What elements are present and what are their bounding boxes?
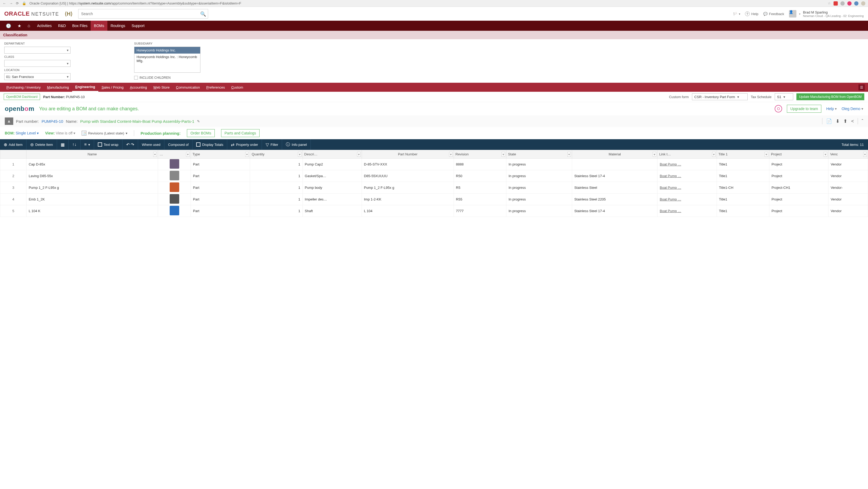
history-icon[interactable]: 🕓 (3, 23, 14, 28)
tax-schedule-select[interactable]: S1 (775, 93, 793, 100)
order-boms-button[interactable]: Order BOMs (187, 129, 215, 137)
class-select[interactable]: ▾ (4, 60, 70, 67)
ext-icon-1[interactable] (834, 1, 838, 6)
filter-icon[interactable]: ▾ (502, 152, 505, 157)
nav-item-support[interactable]: Support (128, 21, 148, 31)
table-row[interactable]: 3Pump 1_2 F-L95x gPart1Pump bodyPump 1_2… (0, 182, 868, 193)
align-button[interactable]: ≡▾ (81, 139, 94, 150)
add-item-button[interactable]: ⊕Add Item (0, 139, 27, 150)
filter-icon[interactable]: ▾ (765, 152, 768, 157)
filter-icon[interactable]: ▾ (186, 152, 190, 157)
status-circle-icon[interactable]: O (775, 105, 782, 113)
notifications-icon[interactable]: 🏳️▾ (733, 12, 740, 16)
back-icon[interactable]: ← (3, 1, 6, 5)
subtab-engineering[interactable]: Engineering (72, 83, 98, 92)
thumbnail-icon[interactable]: ▲ (5, 118, 13, 125)
department-select[interactable]: ▾ (4, 47, 70, 54)
filter-icon[interactable]: ▾ (653, 152, 656, 157)
user-dropdown[interactable]: Oleg Demo ▾ (841, 106, 863, 111)
location-select[interactable]: 01: San Francisco▾ (4, 73, 70, 80)
column-header[interactable]: Quantity▾ (250, 150, 303, 159)
info-panel-button[interactable]: ⓘInfo panel (282, 139, 311, 150)
column-header[interactable]: Project▾ (769, 150, 829, 159)
help-dropdown[interactable]: Help ▾ (826, 106, 837, 111)
filter-icon[interactable]: ▾ (153, 152, 157, 157)
table-row[interactable]: 2Laving D85-55xPart1Gasket/Spa…D85-55XUU… (0, 170, 868, 182)
table-row[interactable]: 1Cap D-85xPart1Pump Cap2D-85-STV-XXX8888… (0, 159, 868, 170)
collapse-icon[interactable]: ˆ (862, 119, 863, 124)
parts-catalogs-button[interactable]: Parts and Catalogs (221, 129, 259, 137)
avatar-icon[interactable] (861, 1, 865, 6)
column-header[interactable]: Part Number▾ (362, 150, 454, 159)
subtab-manufacturing[interactable]: Manufacturing (44, 83, 72, 92)
delete-item-button[interactable]: ⊖Delete Item (27, 139, 57, 150)
grid-view-button[interactable]: ▦ (57, 139, 69, 150)
nav-item-routings[interactable]: Routings (107, 21, 128, 31)
ext-icon-3[interactable] (847, 1, 851, 6)
text-wrap-button[interactable]: Text wrap (94, 139, 123, 150)
ext-icon-2[interactable] (840, 1, 845, 6)
subsidiary-option[interactable]: Honeycomb Holdings Inc. : Honeycomb Mfg. (134, 54, 200, 64)
subtab-communication[interactable]: Communication (173, 83, 203, 92)
view-toggle-icon[interactable]: ☰ (859, 84, 865, 90)
subtab-preferences[interactable]: Preferences (203, 83, 228, 92)
subtab-purchasing-inventory[interactable]: Purchasing / Inventory (3, 83, 44, 92)
nav-item-boms[interactable]: BOMs (91, 21, 107, 31)
feedback-link[interactable]: 💬Feedback (763, 12, 784, 16)
column-header[interactable] (0, 150, 27, 159)
column-header[interactable]: State▾ (506, 150, 572, 159)
search-icon[interactable]: 🔍 (200, 11, 206, 17)
undo-redo-buttons[interactable]: ↶ ↷ (123, 139, 138, 150)
sort-button[interactable]: ↑↓ (69, 139, 81, 150)
column-header[interactable]: Descri…▾ (303, 150, 362, 159)
filter-icon[interactable]: ▾ (567, 152, 571, 157)
filter-icon[interactable]: ▾ (712, 152, 716, 157)
bom-type-dropdown[interactable]: Single Level ▾ (16, 131, 39, 135)
subtab-custom[interactable]: Custom (228, 83, 246, 92)
search-input[interactable] (78, 9, 208, 19)
revisions-dropdown[interactable]: 📑Revisions (Latest state) ▾ (82, 131, 127, 135)
help-link[interactable]: ?Help (745, 11, 758, 16)
subtab-sales-pricing[interactable]: Sales / Pricing (98, 83, 127, 92)
filter-button[interactable]: ▽Filter (262, 139, 282, 150)
column-header[interactable]: Revision▾ (454, 150, 506, 159)
upgrade-button[interactable]: Upgrade to team (787, 105, 822, 113)
reload-icon[interactable]: ⟳ (16, 1, 19, 5)
nav-item-box-files[interactable]: Box Files (69, 21, 91, 31)
subtab-accounting[interactable]: Accounting (127, 83, 150, 92)
home-icon[interactable]: ⌂ (25, 23, 33, 28)
composed-of-button[interactable]: Composed of (164, 139, 192, 150)
table-row[interactable]: 5L 104 KPart1ShaftL 1047777In progressSt… (0, 205, 868, 217)
upload-icon[interactable]: ⬆ (843, 118, 847, 124)
nav-item-activities[interactable]: Activities (34, 21, 55, 31)
share-icon[interactable]: < (851, 119, 854, 124)
where-used-button[interactable]: Where used (138, 139, 164, 150)
star-icon[interactable]: ☆ (828, 1, 831, 5)
download-icon[interactable]: ⬇ (836, 118, 840, 124)
openbom-dashboard-button[interactable]: OpenBOM Dashboard (4, 94, 40, 100)
nav-item-r&d[interactable]: R&D (55, 21, 69, 31)
property-order-button[interactable]: ⇄Property order (227, 139, 262, 150)
column-header[interactable]: …▾ (158, 150, 191, 159)
column-header[interactable]: Material▾ (572, 150, 657, 159)
filter-icon[interactable]: ▾ (357, 152, 361, 157)
table-row[interactable]: 4Emb 1_2KPart1Impeller des…Imp 1-2-KKR55… (0, 193, 868, 205)
display-totals-button[interactable]: Display Totals (192, 139, 227, 150)
user-menu[interactable]: 👤 ▾ Brad M Sparling Newman Cloud - QA Le… (789, 10, 864, 18)
update-bom-button[interactable]: Update Manufacturing BOM from OpenBOM (797, 93, 864, 100)
ext-icon-4[interactable] (854, 1, 859, 6)
edit-icon[interactable]: ✎ (197, 119, 200, 123)
subsidiary-option[interactable]: Honeycomb Holdings Inc. (134, 47, 200, 54)
column-header[interactable]: Title 1▾ (717, 150, 769, 159)
filter-icon[interactable]: ▾ (863, 152, 867, 157)
subtab-web-store[interactable]: Web Store (150, 83, 173, 92)
filter-icon[interactable]: ▾ (245, 152, 249, 157)
include-children-checkbox[interactable] (134, 76, 138, 80)
filter-icon[interactable]: ▾ (824, 152, 827, 157)
column-header[interactable]: Type▾ (191, 150, 250, 159)
forward-icon[interactable]: → (9, 1, 13, 5)
filter-icon[interactable]: ▾ (298, 152, 302, 157)
column-header[interactable]: Name▾ (27, 150, 158, 159)
view-dropdown[interactable]: View is off ▾ (56, 131, 75, 135)
column-header[interactable]: Link t…▾ (657, 150, 717, 159)
